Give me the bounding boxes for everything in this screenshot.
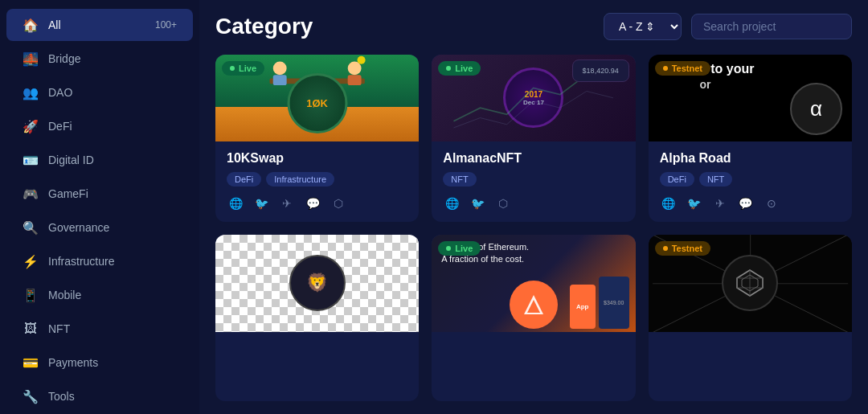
card-image-10kswap: 1ØK Live: [215, 55, 419, 141]
bridge-icon: 🌉: [23, 51, 39, 67]
discord-icon[interactable]: 💬: [304, 195, 321, 212]
dao-icon: 👥: [23, 84, 39, 100]
sidebar-count-all: 100+: [155, 19, 177, 31]
sidebar-item-tools[interactable]: 🔧 Tools: [6, 380, 193, 412]
badge-dot: [230, 66, 235, 71]
governance-icon: 🔍: [23, 219, 39, 236]
twitter-icon[interactable]: 🐦: [469, 195, 486, 212]
sidebar-item-digital-id[interactable]: 🪪 Digital ID: [6, 144, 193, 176]
web-icon[interactable]: 🌐: [660, 195, 678, 212]
sidebar-item-defi[interactable]: 🚀 DeFi: [6, 110, 193, 142]
card-tags-alpharoad: DeFi NFT: [660, 172, 841, 187]
page-title: Category: [215, 14, 313, 39]
sidebar-label-all: All: [48, 18, 145, 31]
sidebar-item-mobile[interactable]: 📱 Mobile: [6, 279, 193, 311]
card-socials-10kswap: 🌐 🐦 ✈ 💬 ⬡: [227, 195, 407, 212]
badge-dot: [663, 246, 668, 251]
sidebar-item-infrastructure[interactable]: ⚡ Infrastructure: [6, 245, 193, 277]
svg-point-1: [273, 61, 287, 75]
sidebar: 🏠 All 100+ 🌉 Bridge 👥 DAO 🚀 DeFi 🪪 Digit…: [0, 0, 199, 414]
tag-defi: DeFi: [660, 172, 694, 187]
svg-point-5: [357, 56, 365, 64]
argent-phones: App $349.00: [570, 277, 629, 329]
tag-nft: NFT: [443, 172, 476, 187]
sidebar-item-gamefi[interactable]: 🎮 GameFi: [6, 178, 193, 210]
sidebar-item-all[interactable]: 🏠 All 100+: [6, 9, 193, 41]
card-title-argent: [443, 342, 624, 359]
card-almanacnft[interactable]: $18,420.94 2017 Dec 17 Live AlmanacNFT N…: [432, 55, 635, 222]
sidebar-label-bridge: Bridge: [48, 52, 177, 65]
defi-icon: 🚀: [23, 118, 39, 134]
badge-testnet-aspect: Testnet: [655, 241, 710, 256]
card-tags-10kswap: DeFi Infrastructure: [227, 172, 407, 187]
card-title-aspect: [660, 342, 841, 359]
header-controls: A - Z ⇕: [604, 13, 852, 40]
infrastructure-icon: ⚡: [23, 253, 39, 269]
github-icon[interactable]: ⬡: [330, 195, 347, 212]
card-image-aspect: Testnet: [649, 235, 852, 333]
badge-testnet-alpha: Testnet: [655, 61, 710, 76]
page-header: Category A - Z ⇕: [215, 13, 852, 40]
sidebar-item-payments[interactable]: 💳 Payments: [6, 346, 193, 379]
card-aspect[interactable]: Testnet: [649, 235, 852, 402]
card-tags-almanac: NFT: [443, 172, 624, 187]
github-icon[interactable]: ⬡: [494, 195, 512, 212]
payments-icon: 💳: [23, 355, 39, 371]
sidebar-label-dao: DAO: [48, 86, 177, 99]
anon-logo: 🦁: [289, 255, 346, 311]
badge-dot: [446, 66, 451, 71]
twitter-icon[interactable]: 🐦: [252, 195, 270, 212]
telegram-icon[interactable]: ✈: [711, 195, 729, 212]
card-body-alpharoad: Alpha Road DeFi NFT 🌐 🐦 ✈ 💬 ⊙: [649, 141, 852, 222]
scene-anon: 🦁: [215, 235, 419, 333]
card-anon[interactable]: 🦁: [215, 235, 419, 402]
main-content: Category A - Z ⇕: [199, 0, 868, 414]
card-tags-anon: [227, 366, 407, 383]
sidebar-label-tools: Tools: [48, 390, 177, 403]
sidebar-label-digital-id: Digital ID: [48, 154, 177, 166]
svg-rect-2: [273, 75, 287, 85]
badge-dot: [446, 246, 451, 251]
sidebar-item-nft[interactable]: 🖼 NFT: [6, 313, 193, 345]
tag-nft: NFT: [699, 172, 732, 187]
digital-id-icon: 🪪: [23, 152, 39, 168]
telegram-icon[interactable]: ✈: [278, 195, 296, 212]
web-icon[interactable]: 🌐: [227, 195, 244, 212]
alpha-logo: α: [790, 83, 842, 135]
argent-logo: [510, 281, 558, 329]
card-body-aspect: [649, 332, 852, 401]
card-body-10kswap: 10KSwap DeFi Infrastructure 🌐 🐦 ✈ 💬 ⬡: [215, 141, 419, 222]
discord-icon[interactable]: 💬: [737, 195, 755, 212]
sort-select[interactable]: A - Z ⇕: [604, 13, 682, 40]
web-icon[interactable]: 🌐: [443, 195, 461, 212]
card-tags-aspect: [660, 366, 841, 383]
card-body-anon: [215, 332, 419, 401]
card-body-almanac: AlmanacNFT NFT 🌐 🐦 ⬡: [432, 141, 635, 222]
tag-defi: DeFi: [227, 172, 261, 187]
sidebar-item-bridge[interactable]: 🌉 Bridge: [6, 43, 193, 75]
card-alpharoad[interactable]: the road to youror α Testnet Alpha Road …: [649, 55, 852, 222]
card-argent[interactable]: The best of Ethereum.A fraction of the c…: [432, 235, 635, 402]
sidebar-label-nft: NFT: [48, 322, 177, 335]
badge-live-10kswap: Live: [222, 61, 264, 76]
medium-icon[interactable]: ⊙: [763, 195, 780, 212]
sidebar-label-gamefi: GameFi: [48, 187, 177, 200]
card-10kswap[interactable]: 1ØK Live 10KSwap DeFi Infrastructure 🌐 🐦: [215, 55, 419, 222]
tag-infra: Infrastructure: [266, 172, 334, 187]
card-image-alpharoad: the road to youror α Testnet: [649, 55, 852, 141]
search-input[interactable]: [691, 14, 852, 39]
sidebar-label-payments: Payments: [48, 356, 177, 369]
twitter-icon[interactable]: 🐦: [686, 195, 703, 212]
card-image-anon: 🦁: [215, 235, 419, 333]
gamefi-icon: 🎮: [23, 186, 39, 202]
sidebar-label-infrastructure: Infrastructure: [48, 255, 177, 268]
card-title-almanac: AlmanacNFT: [443, 151, 624, 166]
cards-grid: 1ØK Live 10KSwap DeFi Infrastructure 🌐 🐦: [215, 55, 852, 401]
card-title-10kswap: 10KSwap: [227, 151, 407, 166]
sidebar-item-dao[interactable]: 👥 DAO: [6, 76, 193, 109]
badge-live-almanac: Live: [438, 61, 481, 76]
nft-icon: 🖼: [23, 321, 39, 337]
sidebar-item-governance[interactable]: 🔍 Governance: [6, 211, 193, 244]
card-socials-almanac: 🌐 🐦 ⬡: [443, 195, 624, 212]
svg-rect-4: [348, 75, 362, 85]
